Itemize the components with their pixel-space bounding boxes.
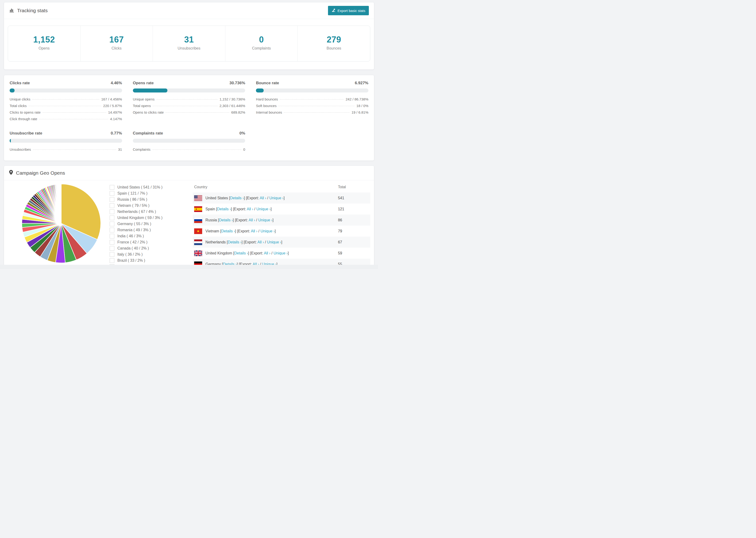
rate-row: Unique clicks167 / 4.456%: [10, 97, 122, 104]
flag-united-kingdom: [194, 250, 202, 256]
rate-progress-track: [10, 88, 122, 92]
details-link[interactable]: Details ›: [230, 196, 244, 200]
geo-table-row-spain: Spain [Details ›] [Export: All › / Uniqu…: [193, 203, 370, 215]
rate-rows: Unique opens1,152 / 30.736%Total opens2,…: [133, 97, 245, 117]
rate-row-value: 167 / 4.456%: [101, 97, 122, 101]
geo-table-row-vietnam: Vietnam [Details ›] [Export: All › / Uni…: [193, 226, 370, 237]
dotted-leader: [42, 112, 106, 113]
map-pin-icon: [9, 170, 13, 176]
summary-label: Unsubscribes: [153, 46, 225, 50]
summary-label: Complaints: [225, 46, 298, 50]
export-unique-link[interactable]: Unique ›: [256, 207, 270, 211]
pie-slice-other[interactable]: [61, 184, 61, 224]
export-basic-stats-button[interactable]: Export basic stats: [328, 6, 369, 15]
export-all-link[interactable]: All ›: [260, 196, 266, 200]
country-links: United Kingdom [Details ›] [Export: All …: [205, 251, 289, 255]
rate-row: Soft bounces18 / 0%: [256, 104, 368, 110]
legend-label: Canada ( 40 / 2% ): [117, 246, 149, 250]
tracking-stats-card: Tracking stats Export basic stats 1,152O…: [4, 2, 374, 70]
rate-block-complaints-rate: Complaints rate0%Complaints0: [133, 131, 245, 154]
rate-percent: 0.77%: [111, 131, 122, 136]
details-link[interactable]: Details ›: [221, 229, 235, 233]
dotted-leader: [166, 112, 229, 113]
legend-label: France ( 42 / 2% ): [117, 240, 147, 244]
export-unique-link[interactable]: Unique ›: [269, 196, 283, 200]
rate-progress-fill: [133, 88, 167, 92]
bracket-text: ] [Export:: [248, 251, 264, 255]
export-all-link[interactable]: All ›: [257, 240, 264, 244]
page-bottom-band: [0, 265, 378, 269]
country-name: Russia [: [205, 218, 219, 222]
summary-section: 1,152Opens167Clicks31Unsubscribes0Compla…: [4, 19, 374, 70]
geo-table-row-united-states: United States [Details ›] [Export: All ›…: [193, 192, 370, 203]
dotted-leader: [39, 119, 108, 119]
rate-row-label: Hard bounces: [256, 97, 278, 101]
legend-label: Brazil ( 33 / 2% ): [117, 258, 145, 263]
legend-label: Romania ( 49 / 3% ): [117, 228, 151, 232]
summary-value: 279: [298, 35, 370, 45]
country-cell: Russia [Details ›] [Export: All › / Uniq…: [193, 215, 337, 226]
export-all-link[interactable]: All ›: [251, 229, 257, 233]
separator-text: /: [253, 207, 256, 211]
summary-value: 1,152: [8, 35, 80, 45]
export-all-link[interactable]: All ›: [264, 251, 270, 255]
legend-label: Vietnam ( 79 / 5% ): [117, 203, 149, 208]
geo-opens-card: Campaign Geo Opens United States ( 541 /…: [4, 166, 374, 267]
details-link[interactable]: Details ›: [219, 218, 233, 222]
rate-progress-track: [133, 139, 245, 143]
geo-chart-zone: United States ( 541 / 31% )Spain ( 121 /…: [8, 182, 193, 267]
details-link[interactable]: Details ›: [234, 251, 248, 255]
country-cell-content: Russia [Details ›] [Export: All › / Uniq…: [194, 217, 335, 223]
page-title: Tracking stats: [17, 8, 48, 13]
rate-row: Internal bounces19 / 6.81%: [256, 110, 368, 117]
country-cell-content: United States [Details ›] [Export: All ›…: [194, 195, 335, 201]
export-unique-link[interactable]: Unique ›: [267, 240, 281, 244]
tracking-stats-page: Tracking stats Export basic stats 1,152O…: [0, 0, 378, 269]
rate-rows: Unsubscribes31: [10, 147, 122, 154]
total-cell: 86: [337, 215, 370, 226]
country-links: Russia [Details ›] [Export: All › / Uniq…: [205, 218, 274, 222]
export-unique-link[interactable]: Unique ›: [260, 229, 274, 233]
export-unique-link[interactable]: Unique ›: [274, 251, 288, 255]
country-cell: United States [Details ›] [Export: All ›…: [193, 192, 337, 203]
rate-block-clicks-rate: Clicks rate4.46%Unique clicks167 / 4.456…: [10, 81, 122, 124]
rate-row-value: 14.497%: [108, 110, 122, 114]
legend-swatch: [110, 246, 114, 251]
rate-percent: 4.46%: [111, 81, 122, 85]
details-link[interactable]: Details ›: [228, 240, 242, 244]
country-cell-content: Netherlands [Details ›] [Export: All › /…: [194, 240, 335, 245]
summary-box: 1,152Opens167Clicks31Unsubscribes0Compla…: [8, 26, 370, 62]
export-all-link[interactable]: All ›: [249, 218, 255, 222]
rate-row-label: Total clicks: [10, 104, 27, 108]
export-icon: [332, 8, 336, 13]
rate-row: Clicks to opens rate14.497%: [10, 110, 122, 117]
rate-title: Unsubscribe rate: [10, 131, 42, 136]
rate-row: Opens to clicks rate689.82%: [133, 110, 245, 117]
rate-row-value: 2,303 / 61.446%: [220, 104, 245, 108]
legend-swatch: [110, 191, 114, 196]
rate-row: Click through rate4.147%: [10, 117, 122, 124]
country-column-header: Country: [193, 182, 337, 192]
export-unique-link[interactable]: Unique ›: [258, 218, 272, 222]
flag-netherlands: [194, 240, 202, 245]
details-link[interactable]: Details ›: [217, 207, 231, 211]
rate-block-opens-rate: Opens rate30.736%Unique opens1,152 / 30.…: [133, 81, 245, 124]
legend-swatch: [110, 252, 114, 257]
export-all-link[interactable]: All ›: [247, 207, 253, 211]
rate-head: Opens rate30.736%: [133, 81, 245, 85]
legend-swatch: [110, 197, 114, 202]
legend-label: Germany ( 55 / 3% ): [117, 222, 151, 226]
legend-item-canada: Canada ( 40 / 2% ): [110, 246, 162, 251]
rate-head: Bounce rate6.927%: [256, 81, 368, 85]
country-cell: Netherlands [Details ›] [Export: All › /…: [193, 237, 337, 248]
legend-swatch: [110, 234, 114, 239]
geo-table-header-row: Country Total: [193, 182, 370, 192]
rate-rows: Complaints0: [133, 147, 245, 154]
bracket-text: ]: [270, 207, 271, 211]
rate-row: Total clicks220 / 5.87%: [10, 104, 122, 110]
country-name: Vietnam [: [205, 229, 221, 233]
country-name: Spain [: [205, 207, 217, 211]
rate-head: Clicks rate4.46%: [10, 81, 122, 85]
rate-row-value: 220 / 5.87%: [103, 104, 122, 108]
rate-row-value: 4.147%: [110, 117, 122, 121]
